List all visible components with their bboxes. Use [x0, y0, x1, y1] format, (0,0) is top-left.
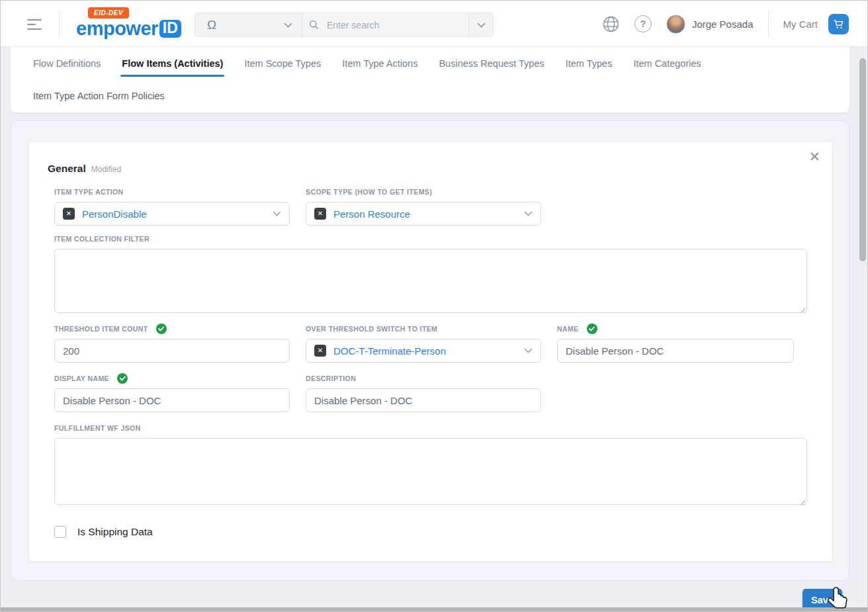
- chevron-down-icon: [524, 348, 533, 353]
- field-name: NAME: [557, 324, 794, 363]
- name-input[interactable]: [557, 339, 794, 363]
- search-icon: [309, 19, 319, 30]
- tab-item-categories[interactable]: Item Categories: [623, 58, 711, 85]
- dropdown-value: DOC-T-Terminate-Person: [333, 345, 517, 357]
- brand-id-badge: ID: [159, 20, 181, 38]
- field-label: NAME: [557, 325, 579, 333]
- tab-flow-items-activities[interactable]: Flow Items (Activities): [111, 58, 234, 85]
- header-divider: [768, 11, 769, 36]
- form-section-title: General: [48, 163, 86, 175]
- tabs-card: Flow Definitions Flow Items (Activities)…: [11, 47, 849, 112]
- my-cart[interactable]: My Cart: [783, 14, 849, 34]
- dropdown-value: PersonDisable: [82, 208, 265, 220]
- display-name-input[interactable]: [54, 388, 290, 412]
- description-input[interactable]: [306, 388, 541, 412]
- field-over-threshold-switch: OVER THRESHOLD SWITCH TO ITEM ✕ DOC-T-Te…: [306, 324, 541, 363]
- environment-badge: EID-DEV: [88, 7, 129, 19]
- person-icon: Ω: [207, 19, 216, 31]
- tab-business-request-types[interactable]: Business Request Types: [428, 58, 554, 85]
- chevron-down-icon: [273, 211, 281, 216]
- item-collection-filter-textarea[interactable]: [54, 249, 807, 313]
- valid-check-icon: [156, 324, 167, 334]
- chevron-down-icon: [284, 22, 292, 28]
- field-scope-type: SCOPE TYPE (HOW TO GET ITEMS) ✕ Person R…: [306, 187, 541, 226]
- modified-status-badge: Modified: [91, 165, 121, 174]
- user-avatar: [666, 15, 685, 34]
- field-label: OVER THRESHOLD SWITCH TO ITEM: [306, 325, 437, 333]
- search-category-dropdown[interactable]: Ω: [195, 13, 302, 36]
- search-options-dropdown[interactable]: [469, 13, 493, 36]
- field-label: DESCRIPTION: [306, 374, 356, 382]
- global-search-bar: Ω: [195, 13, 494, 37]
- chevron-down-icon: [477, 22, 486, 28]
- field-item-collection-filter: ITEM COLLECTION FILTER: [54, 234, 807, 316]
- brand-text: empower: [76, 18, 158, 40]
- tab-item-types[interactable]: Item Types: [555, 58, 623, 85]
- fulfillment-wf-json-textarea[interactable]: [54, 438, 807, 505]
- field-display-name: DISPLAY NAME: [54, 374, 290, 412]
- header-divider: [59, 11, 60, 38]
- vertical-scrollbar: [859, 50, 867, 599]
- help-icon: ?: [634, 15, 652, 32]
- header-actions: ? Jorge Posada My Cart: [602, 1, 849, 47]
- scope-type-dropdown[interactable]: ✕ Person Resource: [306, 202, 541, 226]
- valid-check-icon: [117, 373, 128, 384]
- language-globe-button[interactable]: [602, 15, 620, 33]
- tab-item-scope-types[interactable]: Item Scope Types: [234, 58, 331, 85]
- is-shipping-data-checkbox[interactable]: [54, 526, 66, 538]
- hamburger-menu-icon[interactable]: [27, 19, 44, 32]
- item-type-action-dropdown[interactable]: ✕ PersonDisable: [54, 202, 290, 226]
- tab-flow-definitions[interactable]: Flow Definitions: [22, 58, 111, 85]
- clear-selection-icon[interactable]: ✕: [314, 208, 326, 220]
- tab-item-type-actions[interactable]: Item Type Actions: [331, 58, 428, 85]
- clear-selection-icon[interactable]: ✕: [63, 208, 75, 220]
- field-threshold-item-count: THRESHOLD ITEM COUNT: [54, 324, 290, 363]
- window-bottom-edge: [0, 607, 868, 612]
- search-input[interactable]: [327, 20, 460, 30]
- field-label: SCOPE TYPE (HOW TO GET ITEMS): [306, 188, 432, 196]
- field-is-shipping-data[interactable]: Is Shipping Data: [54, 526, 153, 538]
- threshold-item-count-input[interactable]: [54, 339, 290, 363]
- over-threshold-switch-dropdown[interactable]: ✕ DOC-T-Terminate-Person: [306, 339, 541, 363]
- field-label: FULFILLMENT WF JSON: [54, 424, 141, 432]
- field-label: ITEM COLLECTION FILTER: [54, 235, 150, 243]
- help-button[interactable]: ?: [634, 15, 652, 32]
- tab-item-type-action-form-policies[interactable]: Item Type Action Form Policies: [33, 91, 165, 101]
- cart-icon: [833, 19, 844, 30]
- content-panel: ✕ General Modified ITEM TYPE ACTION ✕ Pe…: [11, 120, 849, 581]
- my-cart-label: My Cart: [783, 19, 818, 30]
- user-menu[interactable]: Jorge Posada: [666, 15, 754, 34]
- empowerid-logo[interactable]: EID-DEV empower ID: [76, 6, 182, 43]
- close-icon[interactable]: ✕: [806, 147, 823, 166]
- tab-strip: Flow Definitions Flow Items (Activities)…: [11, 47, 849, 85]
- field-item-type-action: ITEM TYPE ACTION ✕ PersonDisable: [54, 187, 290, 226]
- checkbox-label: Is Shipping Data: [77, 526, 153, 538]
- field-description: DESCRIPTION: [306, 374, 541, 412]
- cart-button[interactable]: [828, 14, 849, 34]
- general-form-card: ✕ General Modified ITEM TYPE ACTION ✕ Pe…: [28, 141, 833, 562]
- chevron-down-icon: [524, 211, 533, 216]
- globe-icon: [602, 15, 620, 33]
- field-label: DISPLAY NAME: [54, 374, 109, 382]
- field-label: ITEM TYPE ACTION: [54, 188, 124, 196]
- search-field-wrap: [302, 13, 469, 36]
- valid-check-icon: [587, 324, 597, 334]
- app-header: EID-DEV empower ID Ω ?: [1, 1, 867, 47]
- dropdown-value: Person Resource: [333, 208, 517, 220]
- clear-selection-icon[interactable]: ✕: [314, 345, 326, 357]
- field-fulfillment-wf-json: FULFILLMENT WF JSON: [54, 423, 807, 507]
- field-label: THRESHOLD ITEM COUNT: [54, 325, 148, 333]
- user-name: Jorge Posada: [692, 19, 754, 30]
- scrollbar-thumb[interactable]: [859, 58, 866, 261]
